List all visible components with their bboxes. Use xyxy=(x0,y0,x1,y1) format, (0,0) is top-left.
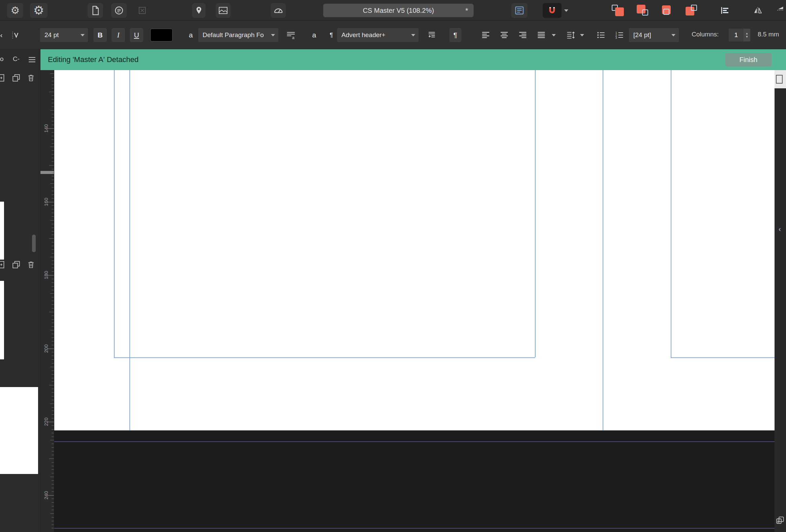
ruler-label: 160 xyxy=(43,195,49,209)
text-frame-properties-button[interactable] xyxy=(511,3,528,18)
text-frame-bottom-edge xyxy=(114,357,535,358)
italic-button[interactable]: I xyxy=(112,28,125,42)
duplicate-icon xyxy=(12,73,21,82)
trash-icon xyxy=(27,74,35,82)
snapping-toggle-button[interactable] xyxy=(542,3,561,18)
color-gauge-button[interactable] xyxy=(271,3,286,18)
panel-collapse-arrow-icon[interactable]: ‹ xyxy=(779,225,781,233)
insert-behind-button[interactable] xyxy=(635,4,651,17)
paragraph-style-dropdown[interactable]: Default Paragraph Fo xyxy=(198,28,278,42)
alignment-icon xyxy=(720,5,730,16)
insert-on-page-button[interactable] xyxy=(683,4,699,17)
alignment-panel-button[interactable] xyxy=(717,3,733,18)
leading-options-button[interactable] xyxy=(563,28,577,42)
align-center-icon xyxy=(500,30,509,40)
delete-master-button[interactable] xyxy=(26,73,36,83)
ghost-square-icon xyxy=(663,9,669,15)
insert-in-front-button[interactable] xyxy=(610,4,627,17)
add-master-button[interactable] xyxy=(0,73,7,83)
sections-button[interactable] xyxy=(111,3,127,18)
leading-chevron-icon[interactable] xyxy=(578,28,586,42)
modified-star: * xyxy=(465,6,468,15)
duplicate-page-button[interactable] xyxy=(11,260,21,270)
flip-horizontal-button[interactable] xyxy=(750,3,766,18)
text-frame-left-edge xyxy=(114,70,115,357)
document-title-dropdown[interactable]: CS Master V5 (108.2%) * xyxy=(323,4,473,17)
duplicate-icon xyxy=(12,260,21,269)
character-style-value: Advert header+ xyxy=(342,31,385,39)
picture-frame-button[interactable] xyxy=(216,3,231,18)
add-page-icon xyxy=(0,260,6,269)
page-thumbnail[interactable] xyxy=(0,281,4,360)
justify-icon xyxy=(537,30,546,40)
trash-icon xyxy=(27,261,35,269)
columns-label: Columns: xyxy=(692,31,719,38)
character-color-button[interactable]: a xyxy=(185,28,196,42)
new-document-button[interactable] xyxy=(88,3,103,18)
context-toolbar: ‹ 24 pt B I U a Default Paragraph Fo a a… xyxy=(0,21,786,49)
duplicate-master-button[interactable] xyxy=(11,73,21,83)
align-left-icon xyxy=(481,30,490,40)
character-style-dropdown[interactable]: Advert header+ xyxy=(337,28,419,42)
panel-scrollbar[interactable] xyxy=(32,235,36,252)
stepper-down-icon[interactable]: ▼ xyxy=(745,35,748,39)
justify-options-chevron-icon[interactable] xyxy=(550,28,557,42)
insert-inside-button[interactable] xyxy=(658,4,675,17)
columns-stepper[interactable]: ▲▼ xyxy=(743,29,750,42)
gear-icon: ⚙ xyxy=(33,4,44,17)
pin-button[interactable] xyxy=(192,3,206,18)
ghost-square-icon xyxy=(642,9,648,16)
delete-page-button[interactable] xyxy=(26,260,36,270)
show-pilcrow-button[interactable]: ¶ xyxy=(449,28,461,42)
chevron-down-icon xyxy=(671,34,675,37)
align-left-button[interactable] xyxy=(480,28,492,42)
text-insert-button[interactable] xyxy=(9,28,22,42)
add-page-button[interactable] xyxy=(0,260,7,270)
justify-button[interactable] xyxy=(535,28,547,42)
bullet-list-button[interactable] xyxy=(595,28,607,42)
panel-compact-label[interactable]: C- xyxy=(13,55,20,63)
persona-gear-button[interactable]: ⚙ xyxy=(30,3,48,18)
circle-lines-icon xyxy=(114,5,124,16)
column-guide xyxy=(130,70,130,430)
color-fan-icon xyxy=(273,5,283,16)
text-frame-bottom-edge xyxy=(671,357,775,358)
svg-text:a: a xyxy=(292,36,295,40)
preferences-gear-button[interactable]: ⚙ xyxy=(7,3,23,18)
page-preview-thumbnail[interactable] xyxy=(0,387,38,474)
master-thumbnail[interactable] xyxy=(0,202,4,260)
text-cursor-icon xyxy=(11,31,20,40)
toolbar-overflow-chevron-icon[interactable]: ‹ xyxy=(0,28,4,42)
align-center-button[interactable] xyxy=(498,28,510,42)
text-color-swatch[interactable] xyxy=(150,29,172,42)
document-icon xyxy=(90,5,100,16)
align-right-button[interactable] xyxy=(517,28,529,42)
ruler-label: 140 xyxy=(43,122,49,135)
indent-button[interactable] xyxy=(424,28,440,42)
ruler-label: 220 xyxy=(43,415,49,429)
zoom-fit-button[interactable] xyxy=(776,516,785,526)
stepper-up-icon[interactable]: ▲ xyxy=(745,32,748,35)
picture-frame-icon xyxy=(218,5,228,16)
underline-button[interactable]: U xyxy=(130,28,143,42)
numbered-list-button[interactable]: 123 xyxy=(614,28,626,42)
black-footer-rectangle[interactable] xyxy=(54,431,775,532)
finish-button[interactable]: Finish xyxy=(725,53,771,66)
leading-value-dropdown[interactable]: [24 pt] xyxy=(629,28,679,42)
magnet-icon xyxy=(547,6,557,15)
frame-guide-line xyxy=(54,441,775,442)
columns-input[interactable]: 1 xyxy=(729,29,743,42)
chevron-down-icon xyxy=(80,34,85,37)
document-canvas[interactable] xyxy=(54,70,775,532)
text-styles-panel-button[interactable]: a xyxy=(283,28,299,42)
publisher-app-window: ⚙ ⚙ CS Master V5 (108.2%) * xyxy=(0,0,786,532)
flip-vertical-button[interactable] xyxy=(775,3,786,18)
font-size-dropdown[interactable]: 24 pt xyxy=(40,28,88,42)
snapping-dropdown-chevron-icon[interactable] xyxy=(564,9,568,12)
chevron-down-icon xyxy=(411,34,415,37)
character-panel-button[interactable]: a xyxy=(307,28,321,42)
bold-button[interactable]: B xyxy=(93,28,107,42)
numbered-list-icon: 123 xyxy=(615,30,624,40)
panel-menu-button[interactable] xyxy=(27,54,37,65)
coral-square-icon xyxy=(615,7,624,16)
